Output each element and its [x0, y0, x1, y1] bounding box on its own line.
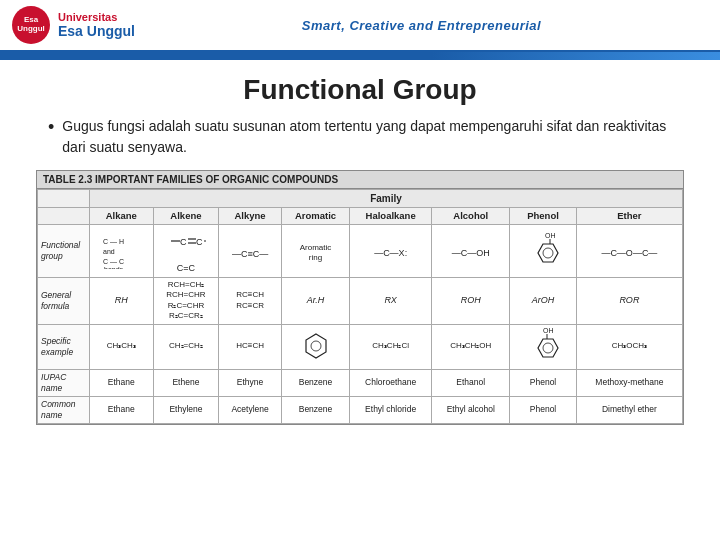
haloalkane-iupac: Chloroethane	[350, 369, 432, 396]
svg-marker-14	[306, 334, 326, 358]
row-label-functional: Functional group	[38, 225, 90, 278]
svg-text:C — C: C — C	[103, 258, 124, 265]
svg-marker-12	[538, 244, 558, 262]
table-row: Functional group C — H and C — C bonds	[38, 225, 683, 278]
alkane-functional: C — H and C — C bonds	[90, 225, 154, 278]
bullet-section: • Gugus fungsi adalah suatu susunan atom…	[0, 116, 720, 158]
col-alcohol: Alcohol	[432, 208, 510, 225]
svg-point-13	[543, 248, 553, 258]
svg-text:OH: OH	[545, 232, 556, 239]
ether-general: ROR	[576, 278, 682, 325]
row-label-specific: Specific example	[38, 324, 90, 369]
phenol-functional: OH	[510, 225, 576, 278]
ether-common: Dimethyl ether	[576, 396, 682, 423]
svg-text:C — H: C — H	[103, 238, 124, 245]
logo-text-line1: EsaUnggul	[17, 16, 45, 34]
bullet-text: Gugus fungsi adalah suatu susunan atom t…	[62, 116, 672, 158]
empty-header	[38, 190, 90, 208]
alkene-specific: CH₂=CH₂	[153, 324, 219, 369]
alkyne-iupac: Ethyne	[219, 369, 282, 396]
alcohol-functional: —C—OH	[432, 225, 510, 278]
organic-compounds-table: TABLE 2.3 IMPORTANT FAMILIES OF ORGANIC …	[36, 170, 684, 425]
phenol-general: ArOH	[510, 278, 576, 325]
table-row: General formula RH RCH=CH₂RCH=CHRR₂C=CHR…	[38, 278, 683, 325]
col-alkyne: Alkyne	[219, 208, 282, 225]
alcohol-iupac: Ethanol	[432, 369, 510, 396]
alkene-common: Ethylene	[153, 396, 219, 423]
haloalkane-specific: CH₃CH₂Cl	[350, 324, 432, 369]
svg-text:OH: OH	[543, 327, 554, 334]
haloalkane-functional: —C—X:	[350, 225, 432, 278]
table-row: Common name Ethane Ethylene Acetylene Be…	[38, 396, 683, 423]
col-ether: Ether	[576, 208, 682, 225]
alkyne-common: Acetylene	[219, 396, 282, 423]
alkane-specific: CH₃CH₃	[90, 324, 154, 369]
ether-specific: CH₃OCH₃	[576, 324, 682, 369]
row-label-general: General formula	[38, 278, 90, 325]
col-alkene: Alkene	[153, 208, 219, 225]
svg-text:C: C	[180, 237, 187, 247]
svg-text:and: and	[103, 248, 115, 255]
col-haloalkane: Haloalkane	[350, 208, 432, 225]
alkyne-general: RC≡CHRC≡CR	[219, 278, 282, 325]
row-label-common: Common name	[38, 396, 90, 423]
table-row: Specific example CH₃CH₃ CH₂=CH₂ HC≡CH CH…	[38, 324, 683, 369]
col-phenol: Phenol	[510, 208, 576, 225]
aromatic-general: Ar.H	[281, 278, 349, 325]
svg-point-19	[543, 343, 553, 353]
logo-icon: EsaUnggul	[12, 6, 50, 44]
header-blue-bar	[0, 52, 720, 60]
alcohol-general: ROH	[432, 278, 510, 325]
svg-point-15	[311, 341, 321, 351]
haloalkane-general: RX	[350, 278, 432, 325]
alkene-general: RCH=CH₂RCH=CHRR₂C=CHRR₂C=CR₂	[153, 278, 219, 325]
alkyne-specific: HC≡CH	[219, 324, 282, 369]
table-row: IUPAC name Ethane Ethene Ethyne Benzene …	[38, 369, 683, 396]
alkene-functional: C C C=C	[153, 225, 219, 278]
svg-text:C: C	[196, 237, 203, 247]
header-tagline: Smart, Creative and Entrepreneurial	[135, 18, 708, 33]
page-title: Functional Group	[0, 74, 720, 106]
alkane-general: RH	[90, 278, 154, 325]
aromatic-functional: Aromaticring	[281, 225, 349, 278]
bullet-dot: •	[48, 116, 54, 158]
table-title: TABLE 2.3 IMPORTANT FAMILIES OF ORGANIC …	[37, 171, 683, 189]
aromatic-common: Benzene	[281, 396, 349, 423]
alkene-iupac: Ethene	[153, 369, 219, 396]
logo-area: EsaUnggul UniversitasEsa Unggul	[12, 6, 135, 44]
family-header: Family	[90, 190, 683, 208]
aromatic-iupac: Benzene	[281, 369, 349, 396]
university-name: UniversitasEsa Unggul	[58, 11, 135, 39]
header: EsaUnggul UniversitasEsa Unggul Smart, C…	[0, 0, 720, 52]
phenol-common: Phenol	[510, 396, 576, 423]
row-label-iupac: IUPAC name	[38, 369, 90, 396]
alkyne-functional: —C≡C—	[219, 225, 282, 278]
aromatic-specific	[281, 324, 349, 369]
phenol-specific: OH	[510, 324, 576, 369]
alcohol-specific: CH₃CH₂OH	[432, 324, 510, 369]
col-alkane: Alkane	[90, 208, 154, 225]
svg-text:bonds: bonds	[104, 266, 124, 269]
phenol-iupac: Phenol	[510, 369, 576, 396]
alcohol-common: Ethyl alcohol	[432, 396, 510, 423]
ether-iupac: Methoxy-methane	[576, 369, 682, 396]
svg-marker-18	[538, 339, 558, 357]
alkane-iupac: Ethane	[90, 369, 154, 396]
ether-functional: —C—O—C—	[576, 225, 682, 278]
haloalkane-common: Ethyl chloride	[350, 396, 432, 423]
alkane-common: Ethane	[90, 396, 154, 423]
row-label-header	[38, 208, 90, 225]
bullet-item: • Gugus fungsi adalah suatu susunan atom…	[48, 116, 672, 158]
col-aromatic: Aromatic	[281, 208, 349, 225]
